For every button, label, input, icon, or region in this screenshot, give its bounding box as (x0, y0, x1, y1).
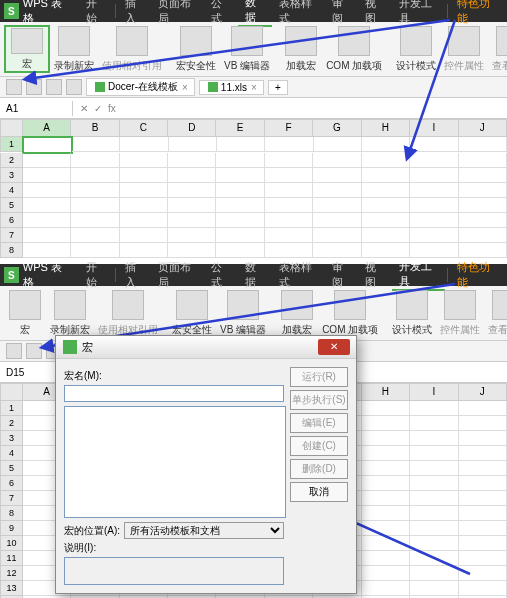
row-header[interactable]: 1 (0, 401, 23, 416)
cell[interactable] (169, 137, 217, 152)
row-header[interactable]: 13 (0, 581, 23, 596)
cell[interactable] (459, 476, 507, 491)
cell[interactable] (313, 213, 361, 228)
cell[interactable] (362, 183, 410, 198)
doctab-add[interactable]: + (268, 80, 288, 95)
macro-name-input[interactable] (64, 385, 284, 402)
cell[interactable] (265, 213, 313, 228)
cell[interactable] (459, 183, 507, 198)
tab-start[interactable]: 开始 (79, 260, 113, 290)
delete-button[interactable]: 删除(D) (290, 459, 348, 479)
fb-cancel-icon[interactable]: ✕ (80, 103, 88, 114)
spreadsheet-grid[interactable]: ABCDEFGHIJ12345678 (0, 119, 507, 258)
row-header[interactable]: 7 (0, 491, 23, 506)
tab-special[interactable]: 特色功能 (450, 260, 503, 290)
col-header[interactable]: E (216, 119, 264, 137)
col-header[interactable]: H (362, 383, 410, 401)
cell[interactable] (362, 446, 410, 461)
cell[interactable] (459, 431, 507, 446)
cell[interactable] (362, 551, 410, 566)
cell[interactable] (313, 198, 361, 213)
row-header[interactable]: 6 (0, 476, 23, 491)
ribbon-record[interactable]: 录制新宏 (50, 25, 98, 73)
ribbon-com[interactable]: COM 加载项 (322, 25, 386, 73)
cell[interactable] (314, 137, 362, 152)
row-header[interactable]: 6 (0, 213, 23, 228)
col-header[interactable]: I (410, 383, 458, 401)
cell[interactable] (216, 228, 264, 243)
cell[interactable] (265, 228, 313, 243)
cell[interactable] (410, 213, 458, 228)
cell[interactable] (216, 183, 264, 198)
cell[interactable] (71, 213, 119, 228)
cell[interactable] (22, 136, 73, 154)
tab-formula[interactable]: 公式 (204, 260, 238, 290)
cell[interactable] (410, 431, 458, 446)
cell[interactable] (459, 153, 507, 168)
cell[interactable] (459, 137, 507, 152)
ribbon-relative[interactable]: 使用相对引用 (98, 25, 166, 73)
cell[interactable] (216, 243, 264, 258)
tab-start[interactable]: 开始 (79, 0, 113, 26)
cell[interactable] (313, 183, 361, 198)
col-header[interactable]: H (362, 119, 410, 137)
cell[interactable] (459, 581, 507, 596)
cell[interactable] (410, 536, 458, 551)
cell[interactable] (362, 228, 410, 243)
cell[interactable] (216, 153, 264, 168)
doctab-docer[interactable]: Docer-在线模板× (86, 78, 195, 96)
cell[interactable] (410, 581, 458, 596)
row-header[interactable]: 9 (0, 521, 23, 536)
cell[interactable] (216, 198, 264, 213)
cell[interactable] (362, 198, 410, 213)
row-header[interactable]: 5 (0, 198, 23, 213)
cell[interactable] (313, 168, 361, 183)
cell[interactable] (459, 446, 507, 461)
cell[interactable] (71, 168, 119, 183)
cell[interactable] (120, 183, 168, 198)
cell[interactable] (23, 153, 71, 168)
cell[interactable] (23, 168, 71, 183)
cell[interactable] (168, 183, 216, 198)
close-icon[interactable]: × (251, 82, 257, 93)
tab-insert[interactable]: 插入 (118, 260, 152, 290)
cell[interactable] (265, 137, 313, 152)
cell[interactable] (71, 228, 119, 243)
cell[interactable] (265, 153, 313, 168)
col-header[interactable]: F (265, 119, 313, 137)
ribbon-relative[interactable]: 使用相对引用 (94, 289, 162, 337)
fb-fx-icon[interactable]: fx (108, 103, 116, 114)
cell[interactable] (410, 476, 458, 491)
cell[interactable] (265, 243, 313, 258)
cell[interactable] (217, 137, 265, 152)
cell[interactable] (459, 168, 507, 183)
cell[interactable] (216, 213, 264, 228)
cell[interactable] (362, 153, 410, 168)
ribbon-addin[interactable]: 加载宏 (280, 25, 322, 73)
step-button[interactable]: 单步执行(S) (290, 390, 348, 410)
cell[interactable] (410, 168, 458, 183)
tab-review[interactable]: 审阅 (325, 260, 359, 290)
cell[interactable] (459, 551, 507, 566)
row-header[interactable]: 10 (0, 536, 23, 551)
cell[interactable] (120, 213, 168, 228)
cell[interactable] (410, 491, 458, 506)
cell[interactable] (410, 506, 458, 521)
ribbon-com[interactable]: COM 加载项 (318, 289, 382, 337)
tab-data[interactable]: 数据 (238, 0, 272, 27)
cell[interactable] (168, 228, 216, 243)
cell[interactable] (168, 198, 216, 213)
row-header[interactable]: 4 (0, 183, 23, 198)
cell[interactable] (459, 416, 507, 431)
qat-new-icon[interactable] (6, 79, 22, 95)
cell[interactable] (168, 168, 216, 183)
cell[interactable] (459, 401, 507, 416)
cell[interactable] (23, 228, 71, 243)
cell[interactable] (362, 137, 410, 152)
create-button[interactable]: 创建(C) (290, 436, 348, 456)
tab-devtools[interactable]: 开发工具 (392, 0, 445, 26)
cell[interactable] (23, 198, 71, 213)
tab-data[interactable]: 数据 (238, 260, 272, 290)
ribbon-addin[interactable]: 加载宏 (276, 289, 318, 337)
col-header[interactable]: I (410, 119, 458, 137)
